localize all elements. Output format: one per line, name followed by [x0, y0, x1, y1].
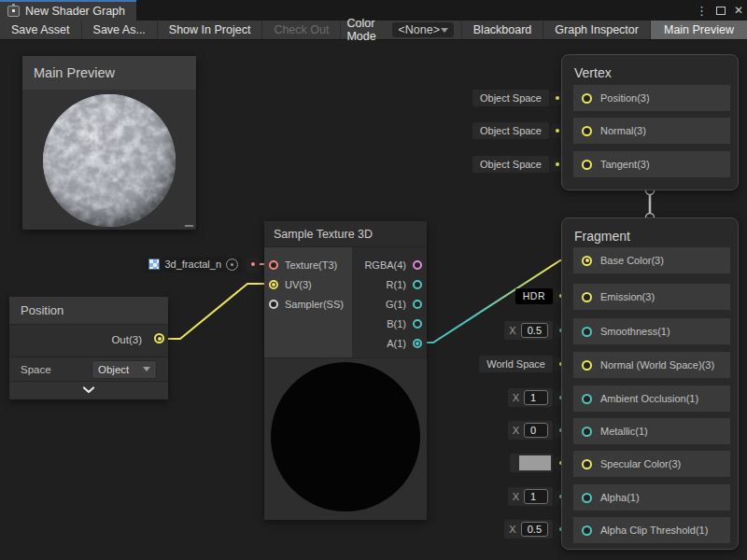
x-float-field[interactable]: X 0.5 — [504, 520, 553, 539]
save-as-button[interactable]: Save As... — [82, 21, 158, 39]
vertex-row-normal: Normal(3) — [573, 118, 730, 144]
smoothness-port[interactable] — [582, 327, 592, 337]
check-out-button: Check Out — [262, 21, 341, 39]
color-swatch — [519, 455, 551, 470]
output-row-g: G(1) — [352, 294, 427, 314]
position-node-title: Position — [9, 297, 168, 325]
main-preview-panel[interactable]: Main Preview — [22, 56, 196, 230]
tangent-port[interactable] — [582, 160, 592, 170]
tab-new-shader-graph[interactable]: New Shader Graph — [0, 0, 136, 21]
float-value[interactable]: 0.5 — [521, 323, 548, 338]
x-float-field[interactable]: X 0 — [508, 421, 553, 440]
metallic-port[interactable] — [582, 427, 592, 437]
save-asset-button[interactable]: Save Asset — [0, 21, 82, 39]
a-output-port[interactable] — [413, 339, 422, 348]
connector-dot — [247, 258, 260, 272]
rgba-output-port[interactable] — [413, 260, 422, 270]
uv-input-port[interactable] — [269, 280, 278, 289]
vertex-node[interactable]: Vertex Position(3) Normal(3) Tangent(3) — [561, 54, 739, 190]
base-color-port[interactable] — [582, 256, 592, 266]
position-space-row: Space Object — [9, 357, 168, 382]
blackboard-toggle[interactable]: Blackboard — [461, 21, 544, 39]
collapse-toggle[interactable] — [9, 382, 168, 399]
close-icon[interactable]: ✕ — [734, 5, 743, 16]
input-label: Sampler(SS) — [285, 299, 344, 310]
texture-object-field-group: 3d_fractal_n — [145, 256, 260, 273]
g-output-port[interactable] — [413, 300, 422, 309]
sampler-input-port[interactable] — [269, 300, 278, 309]
fragment-row-label: Alpha(1) — [600, 492, 640, 503]
texture-asset-name: 3d_fractal_n — [164, 259, 221, 270]
sample-node-inputs: Texture(T3) UV(3) Sampler(SS) — [264, 247, 352, 357]
color-mode-dropdown[interactable]: <None> — [392, 22, 453, 37]
out-port[interactable] — [154, 333, 164, 343]
x-label: X — [509, 325, 515, 336]
fragment-row-smoothness: Smoothness(1) — [573, 318, 730, 344]
input-label: UV(3) — [285, 279, 312, 290]
float-value[interactable]: 1 — [524, 390, 548, 405]
position-node[interactable]: Position Out(3) Space Object — [9, 297, 168, 399]
alpha-clip-port[interactable] — [582, 525, 592, 536]
r-output-port[interactable] — [413, 280, 422, 289]
x-float-field[interactable]: X 0.5 — [504, 321, 553, 340]
space-dropdown[interactable]: Object — [92, 360, 157, 379]
fragment-node[interactable]: Fragment Base Color(3) Emission(3) Smoot… — [561, 217, 739, 550]
output-row-b: B(1) — [352, 314, 427, 333]
window-controls: ⋮ ✕ — [696, 0, 743, 21]
b-output-port[interactable] — [413, 319, 422, 329]
position-port[interactable] — [582, 93, 592, 104]
output-label: G(1) — [386, 299, 406, 310]
tab-title: New Shader Graph — [25, 5, 125, 18]
fragment-row-alpha: Alpha(1) — [573, 484, 730, 511]
graph-inspector-toggle[interactable]: Graph Inspector — [543, 21, 651, 39]
input-label: Texture(T3) — [285, 259, 337, 271]
main-preview-toggle[interactable]: Main Preview — [651, 21, 747, 39]
output-label: RGBA(4) — [364, 259, 406, 271]
input-row-uv: UV(3) — [264, 274, 352, 294]
object-picker-icon[interactable] — [226, 259, 238, 271]
input-row-sampler: Sampler(SS) — [264, 294, 352, 314]
hdr-color-field[interactable]: HDR — [515, 288, 553, 304]
fragment-row-label: Emission(3) — [600, 291, 655, 302]
fragment-row-specular-color: Specular Color(3) — [573, 451, 730, 477]
kebab-menu-icon[interactable]: ⋮ — [696, 5, 708, 17]
normal-port[interactable] — [582, 126, 592, 136]
fragment-row-label: Smoothness(1) — [600, 326, 670, 337]
main-preview-header[interactable]: Main Preview — [22, 56, 196, 90]
float-value[interactable]: 0 — [524, 423, 548, 438]
ambient-occlusion-port[interactable] — [582, 394, 592, 404]
alpha-port[interactable] — [582, 493, 592, 503]
show-in-project-button[interactable]: Show In Project — [158, 21, 263, 39]
sample-texture-3d-node[interactable]: Sample Texture 3D Texture(T3) UV(3) Samp… — [264, 221, 427, 520]
emission-port[interactable] — [582, 292, 592, 302]
sample-node-preview — [264, 357, 427, 520]
texture-input-port[interactable] — [269, 260, 278, 270]
specular-color-port[interactable] — [582, 459, 592, 469]
fragment-row-label: Specular Color(3) — [600, 458, 681, 469]
object-space-binding[interactable]: Object Space — [472, 156, 549, 173]
x-float-field[interactable]: X 1 — [508, 388, 553, 407]
chevron-down-icon — [82, 386, 95, 394]
color-swatch-field[interactable] — [510, 454, 553, 472]
output-label: R(1) — [387, 279, 406, 290]
output-row-a: A(1) — [352, 333, 427, 353]
object-space-binding[interactable]: Object Space — [472, 122, 549, 139]
edge-position-out-to-uv[interactable] — [159, 284, 270, 339]
normal-ws-port[interactable] — [582, 360, 592, 371]
x-float-field[interactable]: X 1 — [508, 487, 553, 506]
world-space-binding[interactable]: World Space — [479, 356, 553, 372]
resize-handle[interactable] — [185, 225, 193, 227]
vertex-row-label: Position(3) — [600, 92, 650, 104]
output-row-rgba: RGBA(4) — [352, 255, 427, 274]
x-label: X — [509, 524, 515, 535]
fragment-row-label: Normal (World Space)(3) — [600, 359, 714, 371]
x-label: X — [513, 392, 519, 403]
float-value[interactable]: 0.5 — [521, 522, 548, 537]
texture-object-field[interactable]: 3d_fractal_n — [145, 257, 242, 273]
maximize-icon[interactable] — [716, 7, 726, 15]
object-space-binding[interactable]: Object Space — [472, 90, 549, 106]
x-label: X — [513, 491, 519, 502]
sample-node-title: Sample Texture 3D — [264, 221, 427, 247]
texture-asset-icon — [148, 259, 160, 270]
float-value[interactable]: 1 — [524, 489, 548, 504]
